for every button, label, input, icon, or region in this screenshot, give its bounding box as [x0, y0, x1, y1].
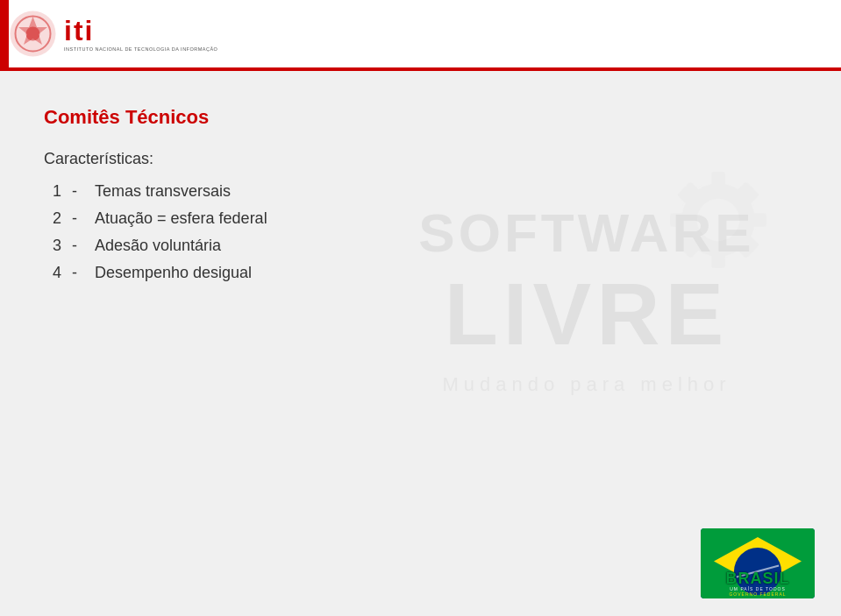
- iti-brand-text: iti: [64, 17, 94, 45]
- list-dash-4: -: [72, 264, 84, 282]
- brasil-title-text: BRASIL: [726, 570, 790, 586]
- svg-rect-7: [711, 249, 724, 268]
- svg-point-5: [697, 199, 739, 241]
- brasil-sub2-text: GOVERNO FEDERAL: [729, 591, 786, 597]
- gear-watermark-icon: [622, 124, 815, 316]
- iti-logo-wrapper: iti INSTITUTO NACIONAL DE TECNOLOGIA DA …: [9, 10, 217, 58]
- iti-text-block: iti INSTITUTO NACIONAL DE TECNOLOGIA DA …: [64, 17, 217, 52]
- header-red-bar: [0, 0, 9, 71]
- svg-point-3: [26, 27, 40, 41]
- brasil-text-overlay: BRASIL UM PAÍS DE TODOS GOVERNO FEDERAL: [701, 570, 815, 597]
- list-num-3: 3: [44, 237, 61, 255]
- list-dash-3: -: [72, 237, 84, 255]
- list-dash-1: -: [72, 182, 84, 201]
- brasil-logo-inner: BRASIL UM PAÍS DE TODOS GOVERNO FEDERAL: [701, 528, 815, 598]
- svg-rect-8: [670, 213, 689, 226]
- list-num-1: 1: [44, 182, 61, 201]
- main-content: SOFTWARE LIVRE Mudando para melhor Comit…: [0, 71, 841, 308]
- list-dash-2: -: [72, 209, 84, 228]
- svg-rect-9: [747, 213, 766, 226]
- svg-rect-6: [711, 172, 724, 191]
- iti-emblem-icon: [9, 10, 57, 58]
- brasil-logo: BRASIL UM PAÍS DE TODOS GOVERNO FEDERAL: [701, 528, 815, 598]
- list-num-2: 2: [44, 209, 61, 228]
- iti-tagline-text: INSTITUTO NACIONAL DE TECNOLOGIA DA INFO…: [64, 46, 217, 52]
- watermark-area: SOFTWARE LIVRE Mudando para melhor: [385, 159, 788, 439]
- list-num-4: 4: [44, 264, 61, 282]
- header: iti INSTITUTO NACIONAL DE TECNOLOGIA DA …: [0, 0, 841, 71]
- watermark-slogan-text: Mudando para melhor: [442, 373, 731, 396]
